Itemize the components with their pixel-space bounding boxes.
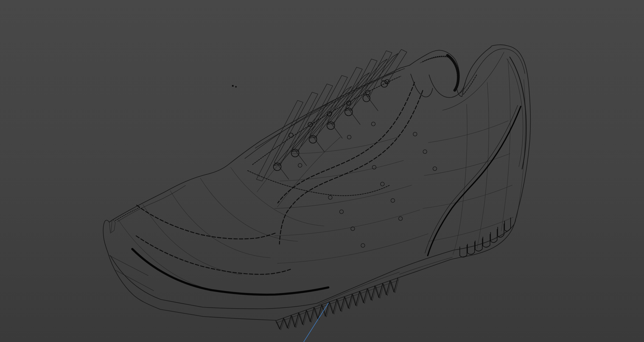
viewport-background: [0, 0, 644, 342]
viewport-canvas[interactable]: [0, 0, 644, 342]
speck-2: [235, 86, 237, 87]
wireframe-render: [0, 0, 644, 342]
speck-1: [232, 85, 234, 87]
